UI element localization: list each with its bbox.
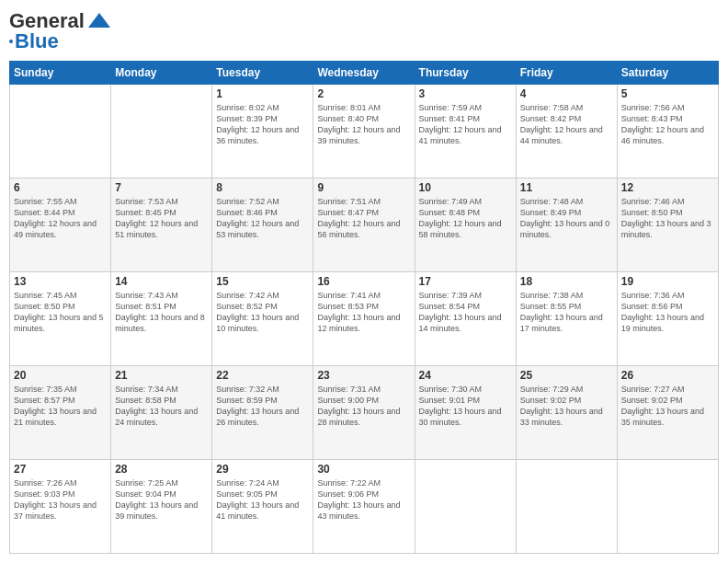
day-number: 17 [419,275,512,288]
day-number: 19 [621,275,714,288]
day-info: Sunrise: 7:42 AMSunset: 8:52 PMDaylight:… [216,290,309,335]
calendar-cell [516,460,617,554]
day-info: Sunrise: 7:25 AMSunset: 9:04 PMDaylight:… [115,477,208,523]
day-of-week-header: Tuesday [212,62,313,85]
calendar-cell: 20Sunrise: 7:35 AMSunset: 8:57 PMDayligh… [10,366,111,460]
day-info: Sunrise: 7:39 AMSunset: 8:54 PMDaylight:… [419,290,512,335]
calendar-cell: 29Sunrise: 7:24 AMSunset: 9:05 PMDayligh… [212,460,313,554]
day-number: 21 [115,369,208,382]
calendar-cell: 5Sunrise: 7:56 AMSunset: 8:43 PMDaylight… [617,85,718,178]
day-info: Sunrise: 8:01 AMSunset: 8:40 PMDaylight:… [317,102,410,147]
calendar-cell: 21Sunrise: 7:34 AMSunset: 8:58 PMDayligh… [111,366,212,460]
day-number: 29 [216,463,309,476]
calendar-cell: 3Sunrise: 7:59 AMSunset: 8:41 PMDaylight… [415,85,516,178]
calendar-cell: 17Sunrise: 7:39 AMSunset: 8:54 PMDayligh… [415,272,516,366]
day-info: Sunrise: 7:55 AMSunset: 8:44 PMDaylight:… [14,196,107,241]
calendar-cell: 12Sunrise: 7:46 AMSunset: 8:50 PMDayligh… [617,178,718,272]
day-number: 18 [520,275,613,288]
day-of-week-header: Wednesday [313,62,415,85]
day-of-week-header: Monday [111,62,212,85]
day-number: 5 [621,87,714,100]
day-info: Sunrise: 7:29 AMSunset: 9:02 PMDaylight:… [520,384,613,429]
calendar-week-row: 1Sunrise: 8:02 AMSunset: 8:39 PMDaylight… [10,85,719,178]
day-number: 27 [14,463,107,476]
day-info: Sunrise: 7:27 AMSunset: 9:02 PMDaylight:… [621,384,714,429]
day-number: 10 [419,181,512,194]
day-of-week-header: Friday [516,62,617,85]
calendar-cell: 27Sunrise: 7:26 AMSunset: 9:03 PMDayligh… [10,460,111,554]
day-number: 9 [317,181,410,194]
calendar-week-row: 6Sunrise: 7:55 AMSunset: 8:44 PMDaylight… [10,178,719,272]
calendar-cell: 23Sunrise: 7:31 AMSunset: 9:00 PMDayligh… [313,366,415,460]
day-info: Sunrise: 7:32 AMSunset: 8:59 PMDaylight:… [216,384,309,429]
calendar-cell: 13Sunrise: 7:45 AMSunset: 8:50 PMDayligh… [10,272,111,366]
day-number: 1 [216,87,309,100]
day-number: 28 [115,463,208,476]
day-number: 16 [317,275,410,288]
day-of-week-header: Sunday [10,62,111,85]
calendar-cell: 1Sunrise: 8:02 AMSunset: 8:39 PMDaylight… [212,85,313,178]
calendar-cell: 9Sunrise: 7:51 AMSunset: 8:47 PMDaylight… [313,178,415,272]
calendar-cell: 11Sunrise: 7:48 AMSunset: 8:49 PMDayligh… [516,178,617,272]
logo-icon [86,11,112,31]
calendar-cell: 25Sunrise: 7:29 AMSunset: 9:02 PMDayligh… [516,366,617,460]
day-of-week-header: Thursday [415,62,516,85]
day-info: Sunrise: 8:02 AMSunset: 8:39 PMDaylight:… [216,102,309,147]
day-number: 22 [216,369,309,382]
calendar-cell: 10Sunrise: 7:49 AMSunset: 8:48 PMDayligh… [415,178,516,272]
day-info: Sunrise: 7:36 AMSunset: 8:56 PMDaylight:… [621,290,714,335]
day-info: Sunrise: 7:30 AMSunset: 9:01 PMDaylight:… [419,384,512,429]
day-info: Sunrise: 7:52 AMSunset: 8:46 PMDaylight:… [216,196,309,241]
calendar-cell: 24Sunrise: 7:30 AMSunset: 9:01 PMDayligh… [415,366,516,460]
calendar-cell [415,460,516,554]
calendar-cell [111,85,212,178]
day-number: 20 [14,369,107,382]
day-info: Sunrise: 7:22 AMSunset: 9:06 PMDaylight:… [317,477,410,523]
day-info: Sunrise: 7:56 AMSunset: 8:43 PMDaylight:… [621,102,714,147]
day-info: Sunrise: 7:31 AMSunset: 9:00 PMDaylight:… [317,384,410,429]
header: General Blue [9,9,719,53]
day-info: Sunrise: 7:59 AMSunset: 8:41 PMDaylight:… [419,102,512,147]
logo: General Blue [9,9,112,53]
day-number: 12 [621,181,714,194]
day-info: Sunrise: 7:38 AMSunset: 8:55 PMDaylight:… [520,290,613,335]
day-number: 2 [317,87,410,100]
calendar-cell: 18Sunrise: 7:38 AMSunset: 8:55 PMDayligh… [516,272,617,366]
calendar-cell [617,460,718,554]
day-info: Sunrise: 7:45 AMSunset: 8:50 PMDaylight:… [14,290,107,335]
day-info: Sunrise: 7:49 AMSunset: 8:48 PMDaylight:… [419,196,512,241]
page: General Blue SundayMondayTuesdayWednesda… [0,0,728,563]
day-info: Sunrise: 7:26 AMSunset: 9:03 PMDaylight:… [14,477,107,523]
day-info: Sunrise: 7:51 AMSunset: 8:47 PMDaylight:… [317,196,410,241]
svg-marker-0 [88,13,110,28]
day-info: Sunrise: 7:46 AMSunset: 8:50 PMDaylight:… [621,196,714,241]
day-number: 25 [520,369,613,382]
day-info: Sunrise: 7:53 AMSunset: 8:45 PMDaylight:… [115,196,208,241]
day-number: 13 [14,275,107,288]
day-number: 23 [317,369,410,382]
calendar-cell: 28Sunrise: 7:25 AMSunset: 9:04 PMDayligh… [111,460,212,554]
day-number: 7 [115,181,208,194]
logo-blue: Blue [15,29,59,53]
calendar-cell: 30Sunrise: 7:22 AMSunset: 9:06 PMDayligh… [313,460,415,554]
calendar-cell: 22Sunrise: 7:32 AMSunset: 8:59 PMDayligh… [212,366,313,460]
day-info: Sunrise: 7:34 AMSunset: 8:58 PMDaylight:… [115,384,208,429]
day-info: Sunrise: 7:24 AMSunset: 9:05 PMDaylight:… [216,477,309,523]
day-number: 4 [520,87,613,100]
calendar-cell: 16Sunrise: 7:41 AMSunset: 8:53 PMDayligh… [313,272,415,366]
day-info: Sunrise: 7:58 AMSunset: 8:42 PMDaylight:… [520,102,613,147]
calendar-cell: 6Sunrise: 7:55 AMSunset: 8:44 PMDaylight… [10,178,111,272]
day-info: Sunrise: 7:41 AMSunset: 8:53 PMDaylight:… [317,290,410,335]
day-info: Sunrise: 7:43 AMSunset: 8:51 PMDaylight:… [115,290,208,335]
day-number: 11 [520,181,613,194]
day-number: 6 [14,181,107,194]
calendar-cell [10,85,111,178]
calendar-cell: 2Sunrise: 8:01 AMSunset: 8:40 PMDaylight… [313,85,415,178]
day-number: 3 [419,87,512,100]
day-number: 30 [317,463,410,476]
day-number: 14 [115,275,208,288]
day-number: 8 [216,181,309,194]
calendar-week-row: 27Sunrise: 7:26 AMSunset: 9:03 PMDayligh… [10,460,719,554]
calendar-cell: 19Sunrise: 7:36 AMSunset: 8:56 PMDayligh… [617,272,718,366]
day-info: Sunrise: 7:35 AMSunset: 8:57 PMDaylight:… [14,384,107,429]
